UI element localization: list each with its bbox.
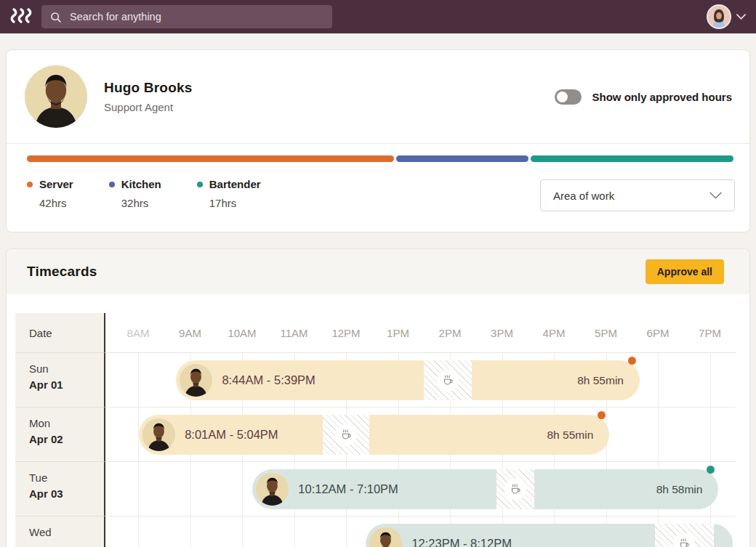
shift-time-range: 8:01AM - 5:04PM xyxy=(185,428,278,442)
legend-dot-icon xyxy=(27,182,33,187)
timecards-header: Timecards Approve all xyxy=(7,249,749,294)
hour-label-6pm: 6PM xyxy=(647,327,669,339)
day-label: Tue xyxy=(29,471,47,484)
timecard-row-sun: SunApr 01 8:44AM - 5:39PM8h 55min xyxy=(15,353,736,408)
date-label: Apr 03 xyxy=(29,487,104,500)
time-axis: 8AM9AM10AM11AM12PM1PM2PM3PM4PM5PM6PM7PM xyxy=(105,313,736,353)
timeline-cell: 10:12AM - 7:10PM8h 58min xyxy=(105,462,736,516)
timecard-row-mon: MonApr 02 8:01AM - 5:04PM8h 55min xyxy=(15,408,736,462)
legend-item-kitchen: Kitchen32hrs xyxy=(109,178,161,209)
legend-dot-icon xyxy=(109,182,115,187)
approved-hours-toggle-label: Show only approved hours xyxy=(592,91,732,103)
chevron-down-icon xyxy=(736,14,746,20)
coffee-break-icon xyxy=(339,429,353,442)
legend-label: Bartender xyxy=(209,178,261,190)
timecards-title: Timecards xyxy=(27,264,97,280)
shift-pill-tue[interactable]: 10:12AM - 7:10PM8h 58min xyxy=(252,469,718,509)
hour-gridline xyxy=(710,353,711,407)
approved-hours-toggle[interactable] xyxy=(555,89,582,105)
shift-avatar xyxy=(369,527,402,547)
global-search[interactable] xyxy=(41,5,332,28)
hour-gridline xyxy=(242,516,243,547)
hour-label-9am: 9AM xyxy=(179,327,201,339)
search-input[interactable] xyxy=(68,10,324,23)
search-icon xyxy=(49,11,62,23)
area-of-work-select[interactable]: Area of work xyxy=(540,179,735,211)
hour-label-3pm: 3PM xyxy=(491,327,513,339)
break-badge xyxy=(335,424,357,446)
legend-hours: 17hrs xyxy=(209,197,261,209)
date-cell: TueApr 03 xyxy=(15,462,105,516)
break-block xyxy=(496,469,534,509)
date-column-header: Date xyxy=(15,313,105,353)
break-block xyxy=(424,360,472,400)
break-block xyxy=(655,524,713,547)
hour-gridline xyxy=(242,462,243,516)
account-menu-button[interactable] xyxy=(707,4,746,29)
bar-segment-kitchen xyxy=(396,155,528,162)
hour-gridline xyxy=(346,516,347,547)
shift-pill-mon[interactable]: 8:01AM - 5:04PM8h 55min xyxy=(139,415,609,455)
timecard-row-tue: TueApr 03 10:12AM - 7:10PM8h 58min xyxy=(15,462,736,516)
legend-dot-icon xyxy=(197,182,203,187)
top-bar xyxy=(0,0,756,33)
shift-duration: 8h 55min xyxy=(547,429,593,442)
chevron-down-icon xyxy=(709,192,722,199)
hour-label-7pm: 7PM xyxy=(699,327,721,339)
hours-legend: Server42hrsKitchen32hrsBartender17hrs xyxy=(27,178,297,209)
timeline-cell: 12:23PM - 8:12PM xyxy=(105,516,736,547)
day-label: Wed xyxy=(29,526,52,538)
profile-header: Hugo Brooks Support Agent Show only appr… xyxy=(7,50,749,144)
date-cell: SunApr 01 xyxy=(15,353,105,408)
employee-avatar xyxy=(25,65,87,128)
legend-label: Kitchen xyxy=(121,178,161,190)
hour-label-5pm: 5PM xyxy=(595,327,617,339)
approve-all-button[interactable]: Approve all xyxy=(646,259,724,284)
hour-gridline xyxy=(658,408,659,461)
toggle-knob xyxy=(557,92,568,102)
coffee-break-icon xyxy=(441,374,454,387)
timeline-cell: 8:01AM - 5:04PM8h 55min xyxy=(105,408,736,462)
hour-gridline xyxy=(190,462,191,516)
shift-duration: 8h 55min xyxy=(577,374,624,387)
hour-gridline xyxy=(710,408,711,461)
day-label: Mon xyxy=(29,417,50,429)
day-label: Sun xyxy=(29,362,49,375)
legend-item-server: Server42hrs xyxy=(27,178,73,209)
hour-gridline xyxy=(138,462,139,516)
shift-time-range: 12:23PM - 8:12PM xyxy=(411,537,512,547)
date-cell: MonApr 02 xyxy=(15,408,105,462)
break-block xyxy=(323,415,369,455)
hour-label-1pm: 1PM xyxy=(387,327,409,339)
legend-label: Server xyxy=(39,178,73,190)
date-cell: Wed xyxy=(15,516,105,547)
date-label: Apr 01 xyxy=(29,378,104,391)
date-label: Apr 02 xyxy=(29,433,104,445)
approval-status-dot xyxy=(628,357,636,365)
shift-avatar xyxy=(180,364,212,397)
hour-gridline xyxy=(138,516,139,547)
hour-gridline xyxy=(190,516,191,547)
account-avatar xyxy=(707,4,731,29)
hour-label-10am: 10AM xyxy=(228,327,256,339)
employee-summary-card: Hugo Brooks Support Agent Show only appr… xyxy=(6,49,750,232)
brand-logo-icon[interactable] xyxy=(10,7,33,26)
legend-hours: 32hrs xyxy=(121,197,161,209)
legend-item-bartender: Bartender17hrs xyxy=(197,178,261,209)
hour-label-11am: 11AM xyxy=(280,327,307,339)
area-of-work-value: Area of work xyxy=(553,190,614,202)
coffee-break-icon xyxy=(677,538,691,547)
shift-avatar xyxy=(142,418,175,451)
hour-label-4pm: 4PM xyxy=(543,327,566,339)
shift-pill-sun[interactable]: 8:44AM - 5:39PM8h 55min xyxy=(176,360,640,400)
employee-role: Support Agent xyxy=(104,101,192,113)
timeline-cell: 8:44AM - 5:39PM8h 55min xyxy=(105,353,736,408)
hour-label-8am: 8AM xyxy=(127,327,150,339)
shift-time-range: 8:44AM - 5:39PM xyxy=(222,373,315,387)
approval-status-dot xyxy=(598,411,606,419)
legend-hours: 42hrs xyxy=(39,197,73,209)
break-badge xyxy=(437,370,459,392)
hour-gridline xyxy=(138,353,139,407)
hour-gridline xyxy=(658,353,659,407)
hour-gridline xyxy=(294,516,295,547)
